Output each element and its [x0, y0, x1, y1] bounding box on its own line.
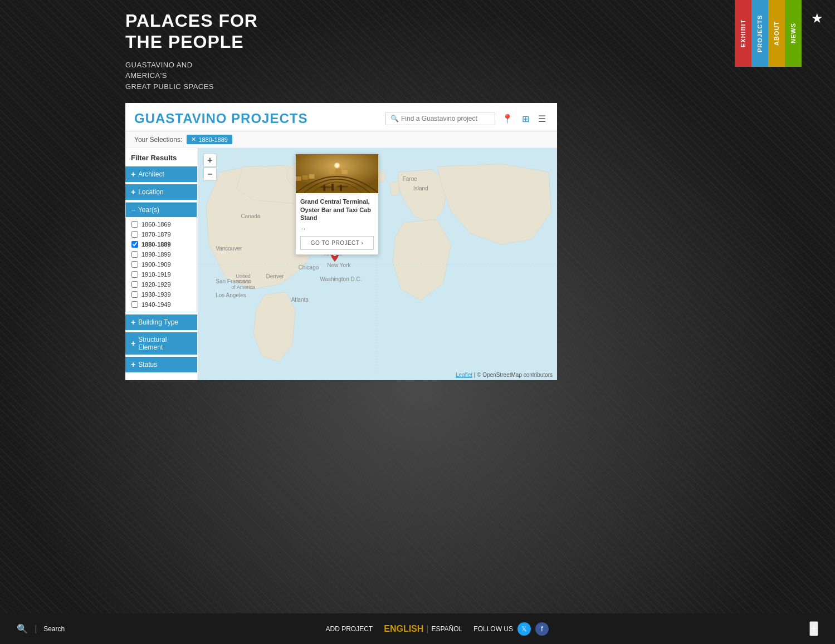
plus-icon-status: +	[131, 360, 135, 369]
footer-follow: FOLLOW US 𝕏 f	[473, 622, 549, 636]
year-checkbox-1890[interactable]	[131, 251, 138, 258]
search-icon: 🔍	[390, 115, 399, 122]
search-container: 🔍	[385, 112, 495, 125]
filter-year-label: Year(s)	[138, 206, 159, 214]
svg-rect-13	[342, 170, 348, 174]
svg-rect-9	[302, 175, 308, 180]
footer-add-project-button[interactable]: ADD PROJECT	[326, 625, 373, 633]
year-checkbox-1940[interactable]	[131, 301, 138, 308]
subtitle-line1: GUASTAVINO AND	[125, 60, 571, 71]
filter-location-label: Location	[138, 188, 163, 196]
twitter-icon[interactable]: 𝕏	[517, 622, 531, 636]
filter-status-button[interactable]: + Status	[125, 357, 197, 372]
filter-architect-label: Architect	[138, 170, 164, 178]
year-checkbox-1930[interactable]	[131, 291, 138, 298]
popup-link[interactable]: GO TO PROJECT ›	[300, 236, 374, 250]
svg-rect-15	[331, 184, 334, 191]
plus-icon: +	[131, 170, 135, 179]
filter-year-button[interactable]: – Year(s)	[126, 203, 197, 217]
footer-english[interactable]: ENGLISH	[384, 624, 423, 634]
year-item-1920: 1920-1929	[126, 279, 197, 289]
attribution-copyright: | © OpenStreetMap contributors	[474, 372, 553, 378]
map-attribution: Leaflet | © OpenStreetMap contributors	[456, 372, 553, 378]
popup-dots: ...	[300, 224, 374, 230]
year-list: 1860-1869 1870-1879 1880-1889 1890-	[126, 217, 197, 312]
nav-tab-about[interactable]: ABOUT	[768, 0, 785, 67]
site-title: PALACES FOR THE PEOPLE GUASTAVINO AND AM…	[125, 10, 571, 92]
nav-tab-news[interactable]: NEWS	[785, 0, 802, 67]
popup-image-inner	[296, 154, 378, 193]
minus-icon-year: –	[131, 206, 135, 214]
year-item-1940: 1940-1949	[126, 299, 197, 309]
leaflet-link[interactable]: Leaflet	[456, 372, 472, 378]
filter-status-label: Status	[138, 361, 157, 368]
projects-panel: GUASTAVINO PROJECTS 🔍 📍 ⊞ ☰ Your Selecti…	[125, 103, 557, 380]
year-label-1930: 1930-1939	[141, 291, 171, 298]
plus-icon-building: +	[131, 318, 135, 327]
grid-view-button[interactable]: ⊞	[520, 112, 531, 125]
year-filter-expanded: – Year(s) 1860-1869 1870-1879	[125, 202, 197, 312]
year-label-1910: 1910-1919	[141, 271, 171, 278]
filter-location-button[interactable]: + Location	[125, 184, 197, 200]
year-label-1940: 1940-1949	[141, 301, 171, 308]
year-item-1870: 1870-1879	[126, 229, 197, 239]
svg-rect-12	[335, 169, 341, 173]
year-item-1880: 1880-1889	[126, 239, 197, 249]
year-checkbox-1910[interactable]	[131, 271, 138, 278]
plus-icon-structural: +	[131, 339, 135, 348]
footer-plus-button[interactable]: +	[809, 621, 818, 636]
main-content: PALACES FOR THE PEOPLE GUASTAVINO AND AM…	[125, 0, 571, 380]
nav-tab-exhibit[interactable]: EXHIBIT	[735, 0, 751, 67]
year-checkbox-1900[interactable]	[131, 261, 138, 268]
footer-search-button[interactable]: Search	[43, 625, 65, 633]
year-label-1920: 1920-1929	[141, 281, 171, 288]
svg-rect-17	[320, 186, 331, 188]
footer: 🔍 | Search ADD PROJECT ENGLISH | ESPAÑOL…	[0, 613, 835, 644]
year-checkbox-1920[interactable]	[131, 281, 138, 288]
svg-rect-8	[296, 176, 301, 181]
selections-bar: Your Selections: ✕ 1880-1889	[125, 131, 557, 148]
list-view-button[interactable]: ☰	[536, 112, 548, 125]
year-item-1900: 1900-1909	[126, 259, 197, 269]
map-zoom-controls: + −	[203, 154, 217, 181]
footer-lang-separator: |	[426, 624, 428, 634]
projects-header: GUASTAVINO PROJECTS 🔍 📍 ⊞ ☰	[125, 103, 557, 131]
year-label-1860: 1860-1869	[141, 221, 171, 228]
selections-label: Your Selections:	[134, 136, 182, 144]
filter-architect-button[interactable]: + Architect	[125, 166, 197, 182]
footer-espanol-button[interactable]: ESPAÑOL	[431, 625, 462, 633]
filter-sidebar: Filter Results + Architect + Location – …	[125, 148, 198, 380]
map-zoom-in[interactable]: +	[203, 154, 217, 167]
facebook-icon[interactable]: f	[535, 622, 549, 636]
popup-image-svg	[296, 154, 378, 193]
svg-rect-18	[337, 186, 348, 188]
title-line2: THE PEOPLE	[125, 32, 244, 52]
year-checkbox-1860[interactable]	[131, 221, 138, 228]
filter-structural-button[interactable]: + Structural Element	[125, 332, 197, 355]
tag-close[interactable]: ✕	[191, 136, 196, 143]
subtitle-line3: GREAT PUBLIC SPACES	[125, 81, 571, 92]
filter-structural-label: Structural Element	[138, 336, 192, 351]
filter-building-type-button[interactable]: + Building Type	[125, 314, 197, 330]
footer-follow-label: FOLLOW US	[473, 625, 513, 633]
year-checkbox-1870[interactable]	[131, 231, 138, 238]
popup-image	[296, 154, 378, 193]
popup-body: Grand Central Terminal, Oyster Bar and T…	[296, 193, 378, 254]
map-container-row: Filter Results + Architect + Location – …	[125, 148, 557, 380]
nav-tab-projects[interactable]: PROJECTS	[751, 0, 768, 67]
filter-header: Filter Results	[125, 154, 197, 166]
year-label-1870: 1870-1879	[141, 231, 171, 238]
year-label-1900: 1900-1909	[141, 261, 171, 268]
map-view-button[interactable]: 📍	[500, 112, 515, 125]
search-input[interactable]	[401, 115, 490, 122]
map-area[interactable]: Canada UnitedStatesof America Chicago To…	[198, 148, 557, 380]
year-checkbox-1880[interactable]	[131, 241, 138, 248]
year-item-1860: 1860-1869	[126, 219, 197, 229]
svg-rect-11	[329, 170, 334, 174]
selection-tag-year[interactable]: ✕ 1880-1889	[187, 135, 232, 144]
projects-toolbar: 🔍 📍 ⊞ ☰	[385, 112, 548, 125]
svg-rect-16	[340, 185, 342, 191]
map-zoom-out[interactable]: −	[203, 168, 217, 181]
star-button[interactable]: ★	[804, 6, 829, 31]
title-line1: PALACES FOR	[125, 11, 258, 31]
